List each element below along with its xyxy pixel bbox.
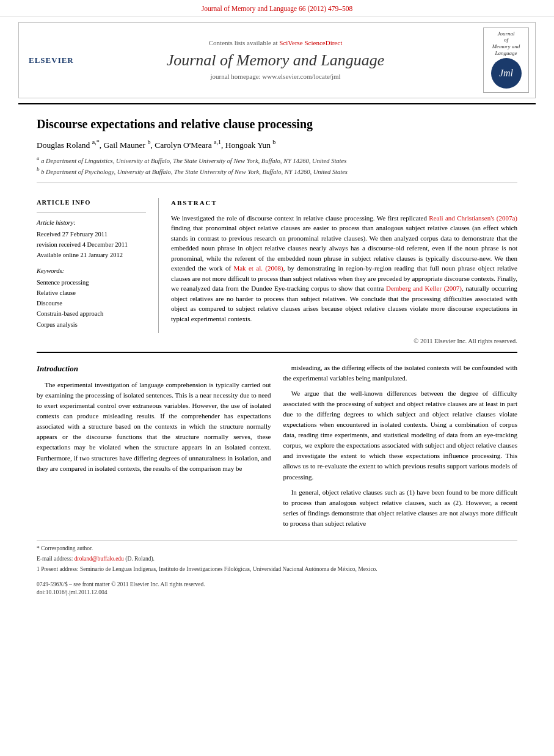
article-title: Discourse expectations and relative clau…: [37, 115, 517, 133]
affiliations: a a Department of Linguistics, Universit…: [37, 154, 517, 177]
keyword-2: Relative clause: [37, 288, 146, 297]
body-left-column: Introduction The experimental investigat…: [37, 363, 271, 534]
keywords-label: Keywords:: [37, 266, 146, 275]
abstract-column: ABSTRACT We investigated the role of dis…: [159, 198, 517, 332]
article-info-column: ARTICLE INFO Article history: Received 2…: [37, 198, 159, 332]
keywords-section: Keywords: Sentence processing Relative c…: [37, 266, 146, 329]
reali-link[interactable]: Reali and Christiansen's (2007a): [429, 214, 517, 222]
info-separator: [37, 213, 146, 213]
footnotes-section: * Corresponding author. E-mail address: …: [37, 540, 517, 574]
body-section: Introduction The experimental investigat…: [0, 353, 554, 534]
info-abstract-section: ARTICLE INFO Article history: Received 2…: [0, 198, 554, 332]
journal-homepage: journal homepage: www.elsevier.com/locat…: [74, 72, 477, 82]
intro-para-2: misleading, as the differing effects of …: [283, 363, 518, 383]
received-date: Received 27 February 2011: [37, 230, 146, 239]
demberg-link[interactable]: Demberg and Keller (2007): [386, 285, 462, 292]
keyword-3: Discourse: [37, 299, 146, 308]
elsevier-logo-left: ELSEVIER: [25, 48, 68, 72]
keyword-5: Corpus analysis: [37, 320, 146, 329]
journal-header: ELSEVIER Contents lists available at Sci…: [18, 22, 536, 98]
jml-logo-text: JournalofMemory andLanguage: [486, 31, 526, 57]
journal-title: Journal of Memory and Language: [74, 51, 477, 70]
available-date: Available online 21 January 2012: [37, 250, 146, 260]
issn-line: 0749-596X/$ – see front matter © 2011 El…: [0, 576, 554, 600]
footnote-1: 1 Present address: Seminario de Lenguas …: [37, 565, 517, 573]
journal-citation: Journal of Memory and Language 66 (2012)…: [0, 0, 554, 17]
abstract-heading: ABSTRACT: [171, 198, 517, 208]
elsevier-wordmark: ELSEVIER: [29, 55, 74, 67]
jml-icon-circle: Jml: [491, 58, 522, 89]
history-label: Article history:: [37, 218, 146, 227]
article-title-section: Discourse expectations and relative clau…: [0, 104, 554, 194]
intro-para-4: In general, object relative clauses such…: [283, 487, 518, 529]
footnote-email: E-mail address: droland@buffalo.edu (D. …: [37, 554, 517, 563]
contents-available-line: Contents lists available at SciVerse Sci…: [74, 38, 477, 48]
affiliation-separator: [37, 183, 517, 183]
journal-header-center: Contents lists available at SciVerse Sci…: [74, 38, 477, 82]
body-right-column: misleading, as the differing effects of …: [283, 363, 518, 534]
article-history: Article history: Received 27 February 20…: [37, 218, 146, 260]
journal-logo-right: JournalofMemory andLanguage Jml: [483, 27, 529, 93]
email-link[interactable]: droland@buffalo.edu: [75, 556, 124, 562]
abstract-text: We investigated the role of discourse co…: [171, 213, 517, 324]
mak-link[interactable]: Mak et al. (2008): [233, 264, 283, 272]
article-info-heading: ARTICLE INFO: [37, 198, 146, 207]
footnote-star: * Corresponding author.: [37, 544, 517, 553]
introduction-heading: Introduction: [37, 363, 271, 375]
copyright-line: © 2011 Elsevier Inc. All rights reserved…: [0, 333, 554, 346]
intro-para-3: We argue that the well-known differences…: [283, 388, 518, 482]
keyword-1: Sentence processing: [37, 278, 146, 287]
sciverse-link[interactable]: SciVerse ScienceDirect: [279, 39, 342, 46]
intro-para-1: The experimental investigation of langua…: [37, 380, 271, 473]
authors-line: Douglas Roland a,*, Gail Mauner b, Carol…: [37, 138, 517, 151]
keyword-4: Constrain-based approach: [37, 309, 146, 318]
revision-date: revision received 4 December 2011: [37, 240, 146, 249]
